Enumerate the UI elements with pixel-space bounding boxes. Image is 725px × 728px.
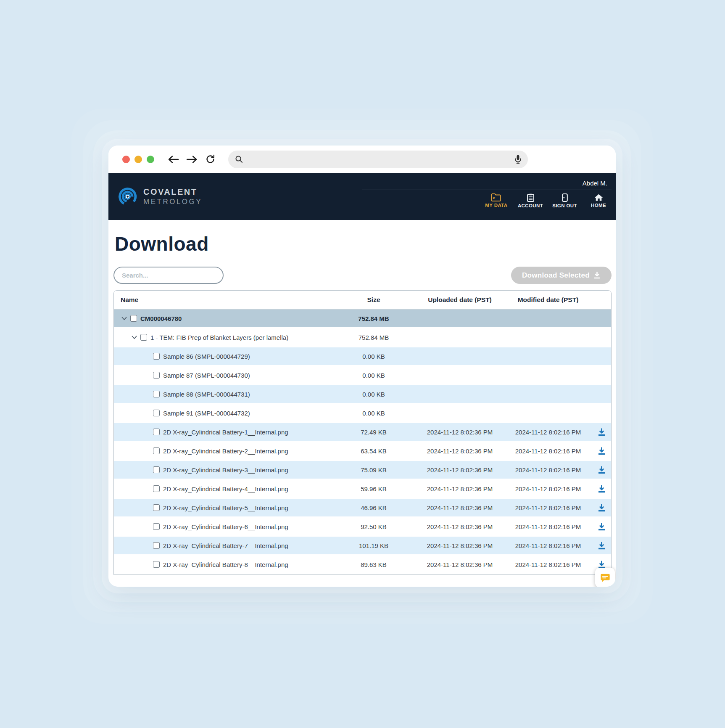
nav-item-account[interactable]: ACCOUNT [518,193,543,208]
brand-line1: COVALENT [143,187,202,197]
search-icon [235,155,243,163]
row-checkbox[interactable] [153,353,160,360]
minimize-window-icon[interactable] [134,156,142,163]
row-download-button[interactable] [598,447,606,455]
row-download-button[interactable] [598,541,606,550]
chevron-down-icon[interactable] [121,317,127,320]
row-name: 2D X-ray_Cylindrical Battery-1__Internal… [163,429,288,436]
close-window-icon[interactable] [122,156,130,163]
row-checkbox[interactable] [153,429,160,435]
row-name: 1 - TEM: FIB Prep of Blanket Layers (per… [150,334,288,341]
refresh-button[interactable] [203,152,217,167]
row-size: 0.00 KB [332,391,416,398]
row-name-cell: Sample 86 (SMPL-000044729) [114,353,332,360]
row-name-cell: 2D X-ray_Cylindrical Battery-4__Internal… [114,485,332,492]
row-size: 101.19 KB [332,542,416,549]
search-input[interactable] [113,267,224,284]
forward-button[interactable] [185,152,199,167]
row-name: 2D X-ray_Cylindrical Battery-6__Internal… [163,523,288,530]
refresh-icon [206,154,215,164]
header-nav: MY DATA ACCOUNT SIGN OUT [362,190,612,208]
row-name: CM000046780 [140,315,182,322]
row-checkbox[interactable] [153,466,160,473]
toolbar: Download Selected [113,267,612,284]
row-checkbox[interactable] [153,410,160,416]
files-table: Name Size Uploaded date (PST) Modified d… [113,290,612,575]
download-icon [598,541,606,550]
row-download-button[interactable] [598,522,606,531]
browser-window: COVALENT METROLOGY Abdel M. MY DATA [108,146,616,587]
row-download-button[interactable] [598,503,606,512]
row-name: 2D X-ray_Cylindrical Battery-5__Internal… [163,504,288,511]
row-uploaded-date: 2024-11-12 8:02:36 PM [416,485,504,492]
address-bar[interactable] [228,151,528,168]
brand-line2: METROLOGY [143,198,202,206]
row-name-cell: 2D X-ray_Cylindrical Battery-3__Internal… [114,466,332,474]
row-checkbox[interactable] [153,372,160,379]
row-download-button[interactable] [598,428,606,437]
row-checkbox[interactable] [153,561,160,568]
row-name-cell: 2D X-ray_Cylindrical Battery-2__Internal… [114,447,332,455]
download-selected-button[interactable]: Download Selected [511,267,612,284]
row-name: Sample 91 (SMPL-000044732) [163,410,250,417]
row-modified-date: 2024-11-12 8:02:16 PM [504,523,592,530]
brand-logo[interactable]: COVALENT METROLOGY [118,185,202,208]
row-modified-date: 2024-11-12 8:02:16 PM [504,542,592,549]
download-icon [593,272,601,279]
table-row: 2D X-ray_Cylindrical Battery-6__Internal… [114,518,611,537]
row-size: 752.84 MB [332,315,416,322]
zoom-window-icon[interactable] [147,156,154,163]
column-header-name: Name [114,296,332,304]
back-arrow-icon [168,155,179,164]
row-checkbox[interactable] [153,523,160,530]
microphone-icon[interactable] [515,155,521,164]
row-checkbox[interactable] [153,504,160,511]
row-name-cell: 2D X-ray_Cylindrical Battery-8__Internal… [114,561,332,568]
address-input[interactable] [247,156,511,163]
row-actions [592,428,611,437]
nav-item-home[interactable]: HOME [586,193,611,208]
row-actions [592,541,611,550]
row-uploaded-date: 2024-11-12 8:02:36 PM [416,542,504,549]
row-name: 2D X-ray_Cylindrical Battery-4__Internal… [163,485,288,492]
covalent-metrology-logo-icon [118,185,138,208]
row-name: 2D X-ray_Cylindrical Battery-2__Internal… [163,447,288,455]
table-row: 1 - TEM: FIB Prep of Blanket Layers (per… [114,328,611,347]
row-name-cell: Sample 87 (SMPL-000044730) [114,372,332,379]
folder-icon [491,193,501,201]
row-checkbox[interactable] [130,315,137,322]
home-icon [594,193,603,201]
download-icon [598,503,606,512]
row-checkbox[interactable] [153,485,160,492]
row-download-button[interactable] [598,466,606,474]
download-icon [598,428,606,437]
row-modified-date: 2024-11-12 8:02:16 PM [504,447,592,455]
row-download-button[interactable] [598,484,606,493]
row-name: 2D X-ray_Cylindrical Battery-3__Internal… [163,466,288,474]
row-name-cell: 2D X-ray_Cylindrical Battery-1__Internal… [114,429,332,436]
row-name: Sample 87 (SMPL-000044730) [163,372,250,379]
nav-item-my-data[interactable]: MY DATA [484,193,509,208]
row-size: 75.09 KB [332,466,416,474]
row-uploaded-date: 2024-11-12 8:02:36 PM [416,447,504,455]
header-right: Abdel M. MY DATA ACCOUNT [362,173,612,220]
row-checkbox[interactable] [153,447,160,454]
row-checkbox[interactable] [153,542,160,549]
download-selected-label: Download Selected [522,271,590,280]
chevron-down-icon[interactable] [132,336,137,339]
row-name-cell: Sample 88 (SMPL-000044731) [114,391,332,398]
user-name: Abdel M. [362,173,612,190]
nav-item-sign-out[interactable]: SIGN OUT [552,193,577,208]
row-uploaded-date: 2024-11-12 8:02:36 PM [416,429,504,436]
download-icon [598,466,606,474]
nav-label-home: HOME [591,203,606,208]
table-row: 2D X-ray_Cylindrical Battery-3__Internal… [114,461,611,480]
browser-chrome [108,146,616,173]
row-name-cell: 1 - TEM: FIB Prep of Blanket Layers (per… [114,334,332,341]
back-button[interactable] [166,152,180,167]
chat-button[interactable] [595,568,615,587]
row-checkbox[interactable] [153,391,160,397]
column-header-modified: Modified date (PST) [504,296,592,304]
table-row: Sample 87 (SMPL-000044730) 0.00 KB [114,366,611,385]
row-checkbox[interactable] [140,334,147,341]
